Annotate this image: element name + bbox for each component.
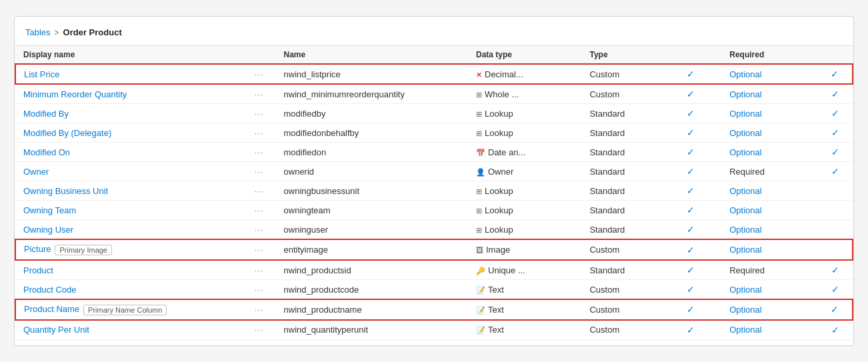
cell-dots[interactable]: ···: [243, 239, 276, 260]
cell-dots[interactable]: ···: [243, 280, 276, 300]
required-label: Optional: [729, 285, 761, 295]
table-row[interactable]: Owning Team ··· owningteam ⊞Lookup Stand…: [15, 201, 853, 220]
cell-req-check: ✓: [817, 280, 853, 300]
cell-source-type: Standard: [581, 162, 660, 181]
cell-source-type: Custom: [581, 280, 660, 300]
required-check: ✓: [831, 147, 839, 157]
searchable-check: ✓: [687, 265, 695, 275]
cell-required: Optional: [721, 64, 817, 84]
cell-required: Optional: [721, 143, 817, 162]
field-name-link[interactable]: Product Name: [24, 304, 79, 314]
row-options-icon[interactable]: ···: [255, 245, 264, 255]
cell-display-name: PicturePrimary Image: [15, 239, 243, 260]
table-row[interactable]: Product Code ··· nwind_productcode 📝Text…: [15, 280, 853, 300]
field-name-link[interactable]: Picture: [24, 244, 51, 254]
cell-data-type: 🔑Unique ...: [468, 260, 581, 280]
cell-logical-name: nwind_productname: [276, 299, 468, 320]
cell-dots[interactable]: ···: [243, 260, 276, 280]
field-name-link[interactable]: Modified On: [23, 147, 70, 157]
row-options-icon[interactable]: ···: [255, 325, 264, 335]
cell-req-check: ✓: [817, 260, 853, 280]
cell-logical-name: nwind_productsid: [276, 260, 468, 280]
cell-searchable: ✓: [660, 123, 721, 143]
cell-dots[interactable]: ···: [243, 181, 276, 201]
breadcrumb-tables-link[interactable]: Tables: [25, 27, 51, 37]
field-name-link[interactable]: Quantity Per Unit: [23, 325, 89, 335]
table-row[interactable]: Product ··· nwind_productsid 🔑Unique ...…: [15, 260, 853, 280]
row-options-icon[interactable]: ···: [255, 89, 264, 99]
table-row[interactable]: Owning User ··· owninguser ⊞Lookup Stand…: [15, 220, 853, 240]
field-name-link[interactable]: Owning Team: [23, 205, 76, 215]
field-name-link[interactable]: List Price: [24, 69, 59, 79]
row-options-icon[interactable]: ···: [255, 69, 264, 79]
cell-data-type: 📝Text: [468, 299, 581, 320]
row-options-icon[interactable]: ···: [255, 285, 264, 295]
cell-logical-name: nwind_minimumreorderquantity: [276, 84, 468, 104]
cell-req-check: ✓: [817, 162, 853, 181]
field-name-link[interactable]: Minimum Reorder Quantity: [23, 89, 127, 99]
required-label: Optional: [729, 186, 761, 196]
cell-req-check: ✓: [817, 299, 853, 320]
cell-data-type: 📝Text: [468, 280, 581, 300]
row-options-icon[interactable]: ···: [255, 205, 264, 215]
cell-dots[interactable]: ···: [243, 123, 276, 143]
cell-searchable: ✓: [660, 239, 721, 260]
row-options-icon[interactable]: ···: [255, 147, 264, 157]
cell-display-name: Product Code: [15, 280, 243, 300]
required-check: ✓: [831, 325, 839, 335]
cell-dots[interactable]: ···: [243, 104, 276, 123]
required-check: ✓: [831, 127, 839, 138]
row-options-icon[interactable]: ···: [255, 167, 264, 177]
cell-dots[interactable]: ···: [243, 220, 276, 240]
table-row[interactable]: Modified By ··· modifiedby ⊞Lookup Stand…: [15, 104, 853, 123]
cell-dots[interactable]: ···: [243, 162, 276, 181]
cell-dots[interactable]: ···: [243, 84, 276, 104]
table-row[interactable]: Product NamePrimary Name Column ··· nwin…: [15, 299, 853, 320]
searchable-check: ✓: [687, 89, 695, 99]
table-row[interactable]: Owner ··· ownerid 👤Owner Standard ✓ Requ…: [15, 162, 853, 181]
cell-dots[interactable]: ···: [243, 143, 276, 162]
table-row[interactable]: List Price ··· nwind_listprice ✕Decimal.…: [15, 64, 853, 84]
cell-dots[interactable]: ···: [243, 320, 276, 340]
table-row[interactable]: PicturePrimary Image ··· entityimage 🖼Im…: [15, 239, 853, 260]
searchable-check: ✓: [687, 185, 695, 196]
cell-display-name: Quantity Per Unit: [15, 320, 243, 340]
col-header-name: Display name: [15, 46, 243, 65]
cell-data-type: 🖼Image: [468, 239, 581, 260]
cell-source-type: Custom: [581, 299, 660, 320]
field-name-link[interactable]: Owning User: [23, 225, 73, 235]
cell-logical-name: nwind_listprice: [276, 64, 468, 84]
table-row[interactable]: Modified By (Delegate) ··· modifiedonbeh…: [15, 123, 853, 143]
field-name-link[interactable]: Product Code: [23, 285, 77, 295]
table-row[interactable]: Quantity Per Unit ··· nwind_quantityperu…: [15, 320, 853, 340]
cell-searchable: ✓: [660, 220, 721, 240]
row-options-icon[interactable]: ···: [255, 186, 264, 196]
field-name-link[interactable]: Product: [23, 265, 53, 275]
required-label: Optional: [729, 245, 761, 255]
field-name-link[interactable]: Owning Business Unit: [23, 186, 108, 196]
cell-req-check: ✓: [817, 320, 853, 340]
cell-dots[interactable]: ···: [243, 201, 276, 220]
table-row[interactable]: Owning Business Unit ··· owningbusinessu…: [15, 181, 853, 201]
col-header-source: Type: [581, 46, 660, 65]
cell-required: Optional: [721, 320, 817, 340]
breadcrumb-separator: >: [55, 28, 59, 37]
field-name-link[interactable]: Owner: [23, 167, 49, 177]
cell-source-type: Standard: [581, 123, 660, 143]
col-header-check2: [817, 46, 853, 65]
cell-data-type: ⊞Lookup: [468, 181, 581, 201]
row-options-icon[interactable]: ···: [255, 109, 264, 119]
row-options-icon[interactable]: ···: [255, 225, 264, 235]
table-row[interactable]: Minimum Reorder Quantity ··· nwind_minim…: [15, 84, 853, 104]
cell-dots[interactable]: ···: [243, 299, 276, 320]
field-name-link[interactable]: Modified By: [23, 109, 69, 119]
row-options-icon[interactable]: ···: [255, 128, 264, 138]
row-options-icon[interactable]: ···: [255, 305, 264, 315]
searchable-check: ✓: [687, 224, 695, 235]
row-options-icon[interactable]: ···: [255, 265, 264, 275]
cell-display-name: Product: [15, 260, 243, 280]
table-row[interactable]: Modified On ··· modifiedon 📅Date an... S…: [15, 143, 853, 162]
cell-searchable: ✓: [660, 104, 721, 123]
cell-dots[interactable]: ···: [243, 64, 276, 84]
field-name-link[interactable]: Modified By (Delegate): [23, 128, 111, 138]
